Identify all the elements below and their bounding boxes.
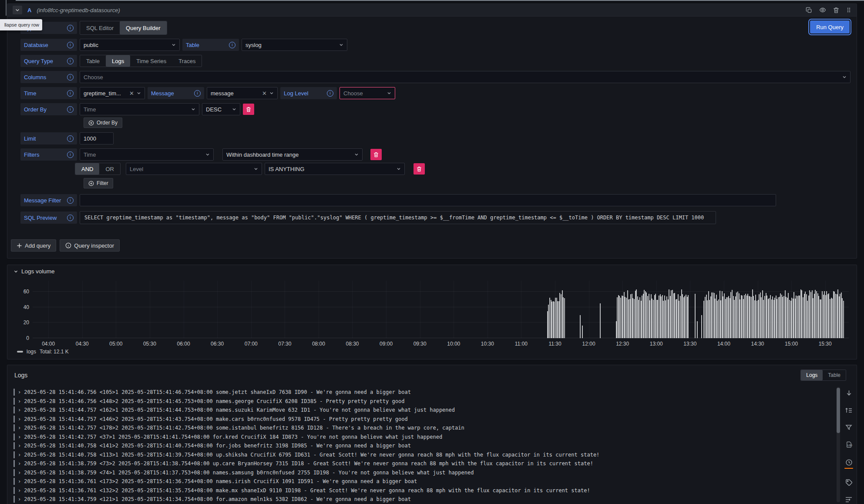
datasource-name: (info8fcc-greptimedb-datasource) (37, 7, 120, 13)
expand-log-icon[interactable]: › (18, 434, 21, 440)
message-column-select[interactable]: message ✕ (207, 87, 278, 99)
info-icon[interactable]: i (67, 106, 74, 113)
log-level-select[interactable]: Choose (340, 87, 395, 99)
expand-log-icon[interactable]: › (18, 496, 21, 502)
chart-plot[interactable]: 020406004:0004:3005:0005:3006:0006:3007:… (33, 281, 849, 338)
expand-log-icon[interactable]: › (18, 478, 21, 484)
log-level-bar (13, 416, 15, 423)
and-option[interactable]: AND (75, 163, 99, 175)
query-type-logs[interactable]: Logs (106, 55, 130, 67)
log-row[interactable]: ›2025-05-28 15:41:42.757 <178>2 2025-05-… (13, 423, 830, 433)
database-select[interactable]: public (80, 39, 180, 51)
expand-log-icon[interactable]: › (18, 407, 21, 413)
logs-scrollbar[interactable] (837, 387, 840, 502)
info-icon[interactable]: i (229, 42, 235, 48)
expand-log-icon[interactable]: › (18, 389, 21, 395)
info-icon[interactable]: i (67, 42, 74, 48)
collapse-query-row-button[interactable] (13, 6, 22, 14)
log-row[interactable]: ›2025-05-28 15:41:36.761 <173>2 2025-05-… (13, 477, 830, 486)
clear-icon[interactable]: ✕ (262, 91, 267, 96)
tab-sql-editor[interactable]: SQL Editor (80, 21, 120, 34)
run-query-button[interactable]: Run Query (810, 20, 850, 34)
filter-range-select[interactable]: Within dashboard time range (222, 148, 363, 161)
log-row[interactable]: ›2025-05-28 15:41:46.756 <148>2 2025-05-… (13, 397, 830, 406)
expand-log-icon[interactable]: › (18, 416, 21, 422)
remove-query-trash-icon[interactable] (833, 7, 839, 13)
logs-view-logs[interactable]: Logs (801, 370, 823, 380)
duplicate-query-icon[interactable] (806, 7, 812, 13)
add-order-by-button[interactable]: Order By (84, 118, 122, 128)
remove-order-by-button[interactable] (243, 104, 254, 115)
info-icon[interactable]: i (67, 151, 74, 158)
sql-preview-text: SELECT greptime_timestamp as "timestamp"… (80, 211, 716, 224)
query-type-table[interactable]: Table (80, 55, 106, 67)
chart-legend[interactable]: logs Total: 12.1 K (17, 349, 69, 355)
add-query-button[interactable]: Add query (11, 239, 56, 252)
log-row[interactable]: ›2025-05-28 15:41:44.757 <162>1 2025-05-… (13, 406, 830, 415)
time-column-select[interactable]: greptime_tim... ✕ (80, 87, 145, 99)
hide-query-eye-icon[interactable] (819, 7, 826, 13)
logs-view-table[interactable]: Table (823, 370, 846, 380)
log-row[interactable]: ›2025-05-28 15:41:46.756 <105>1 2025-05-… (13, 388, 830, 397)
show-time-icon[interactable] (844, 459, 853, 469)
oldest-first-sort-icon[interactable] (845, 407, 853, 414)
expand-log-icon[interactable]: › (18, 425, 21, 431)
log-row[interactable]: ›2025-05-28 15:41:36.761 <132>2 2025-05-… (13, 486, 830, 495)
wrap-lines-icon[interactable] (844, 496, 853, 504)
remove-sub-filter-button[interactable] (414, 163, 425, 175)
filter-field-select[interactable]: Time (80, 148, 214, 161)
info-icon[interactable]: i (327, 90, 333, 97)
clear-icon[interactable]: ✕ (129, 91, 134, 96)
expand-log-icon[interactable]: › (18, 460, 21, 467)
info-icon[interactable]: i (194, 90, 201, 97)
v-gridline (184, 281, 184, 338)
info-icon[interactable]: i (67, 58, 74, 64)
log-row[interactable]: ›2025-05-28 15:41:38.759 <73>2 2025-05-2… (13, 459, 830, 468)
tab-query-builder[interactable]: Query Builder (120, 21, 166, 34)
query-type-time-series[interactable]: Time Series (130, 55, 172, 67)
filter-level-select[interactable]: Level (126, 163, 262, 175)
x-tick-label: 05:30 (143, 341, 156, 347)
order-by-field-select[interactable]: Time (80, 103, 199, 115)
drag-handle-icon[interactable] (846, 7, 851, 13)
info-icon[interactable]: i (67, 74, 74, 81)
message-filter-input[interactable] (80, 194, 776, 206)
add-filter-button[interactable]: Filter (84, 178, 113, 188)
scrollbar-thumb[interactable] (837, 388, 840, 433)
filter-funnel-icon[interactable] (845, 424, 852, 431)
expand-log-icon[interactable]: › (18, 398, 21, 404)
chevron-down-icon (191, 108, 195, 111)
expand-log-icon[interactable]: › (18, 452, 21, 458)
log-row[interactable]: ›2025-05-28 15:41:34.759 <121>1 2025-05-… (13, 495, 830, 504)
or-option[interactable]: OR (99, 163, 120, 175)
log-row[interactable]: ›2025-05-28 15:41:44.757 <146>2 2025-05-… (13, 415, 830, 424)
order-direction-select[interactable]: DESC (202, 103, 240, 115)
log-row[interactable]: ›2025-05-28 15:41:38.759 <74>1 2025-05-2… (13, 468, 830, 477)
scroll-to-bottom-icon[interactable] (845, 390, 853, 397)
query-row-header[interactable]: A (info8fcc-greptimedb-datasource) (7, 4, 857, 17)
log-row[interactable]: ›2025-05-28 15:41:42.757 <37>1 2025-05-2… (13, 433, 830, 442)
x-tick-label: 08:00 (312, 341, 325, 347)
limit-input[interactable]: 1000 (80, 132, 114, 144)
info-icon[interactable]: i (67, 135, 74, 142)
log-row[interactable]: ›2025-05-28 15:41:40.758 <113>1 2025-05-… (13, 450, 830, 460)
and-or-toggle: AND OR (75, 163, 121, 175)
table-select[interactable]: syslog (242, 39, 347, 51)
info-icon[interactable]: i (67, 25, 74, 31)
expand-log-icon[interactable]: › (18, 443, 21, 449)
info-icon[interactable]: i (67, 215, 74, 221)
columns-select[interactable]: Choose (80, 71, 851, 83)
query-inspector-button[interactable]: Query inspector (60, 239, 120, 252)
info-icon[interactable]: i (67, 90, 74, 97)
query-type-row: Query Type i TableLogsTime SeriesTraces (20, 55, 851, 67)
filter-operator-select[interactable]: IS ANYTHING (265, 163, 405, 175)
info-icon[interactable]: i (67, 197, 74, 204)
logs-volume-header[interactable]: Logs volume (7, 265, 857, 275)
log-row[interactable]: ›2025-05-28 15:41:40.758 <141>2 2025-05-… (13, 441, 830, 450)
unique-labels-tag-icon[interactable] (845, 479, 853, 486)
expand-log-icon[interactable]: › (18, 470, 21, 476)
remove-filter-button[interactable] (370, 149, 382, 160)
log-details-icon[interactable]: LOG (845, 441, 853, 449)
query-type-traces[interactable]: Traces (172, 55, 202, 67)
expand-log-icon[interactable]: › (18, 487, 21, 494)
